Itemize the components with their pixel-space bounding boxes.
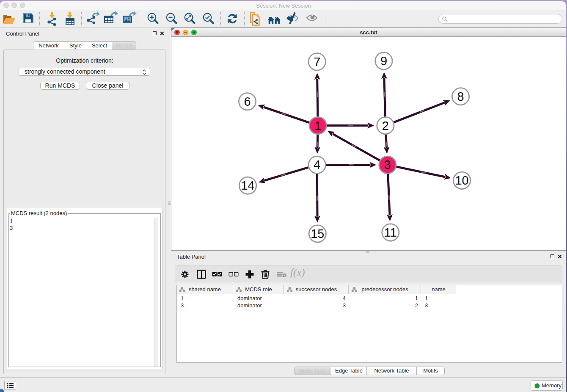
svg-text:15: 15 xyxy=(311,227,324,240)
svg-text:10: 10 xyxy=(455,174,468,187)
svg-text:9: 9 xyxy=(380,54,387,68)
svg-text:6: 6 xyxy=(244,95,251,108)
svg-text:7: 7 xyxy=(314,55,320,69)
svg-text:2: 2 xyxy=(382,119,389,133)
svg-text:3: 3 xyxy=(384,158,391,171)
svg-text:8: 8 xyxy=(457,90,464,103)
svg-text:14: 14 xyxy=(241,179,254,192)
svg-text:11: 11 xyxy=(384,226,397,239)
svg-text:1: 1 xyxy=(314,119,321,133)
svg-text:4: 4 xyxy=(314,158,320,171)
